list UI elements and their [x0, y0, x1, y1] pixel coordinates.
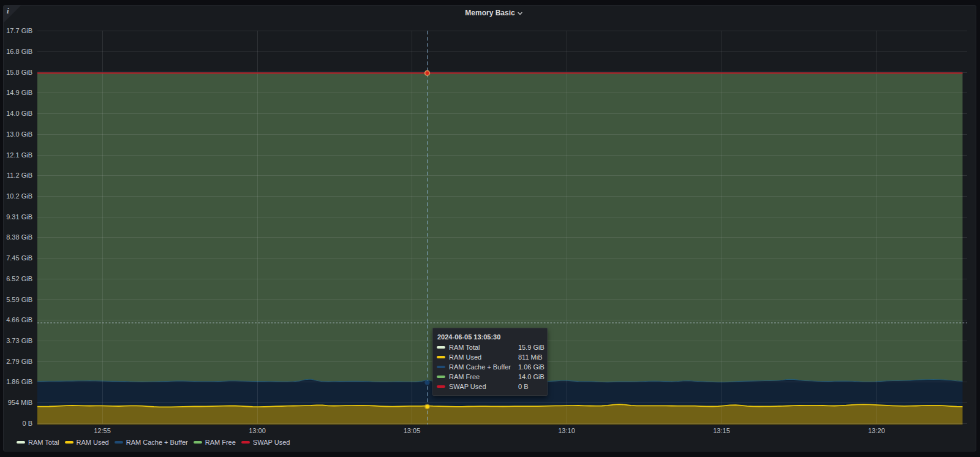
- svg-text:13:00: 13:00: [249, 427, 266, 434]
- svg-text:2.79 GiB: 2.79 GiB: [6, 358, 32, 365]
- svg-text:9.31 GiB: 9.31 GiB: [6, 213, 32, 221]
- svg-text:13:15: 13:15: [713, 427, 730, 434]
- svg-text:17.7 GiB: 17.7 GiB: [6, 27, 32, 34]
- svg-text:1.86 GiB: 1.86 GiB: [6, 378, 32, 385]
- svg-text:12:55: 12:55: [94, 427, 111, 434]
- svg-text:7.45 GiB: 7.45 GiB: [6, 254, 32, 262]
- svg-text:14.0 GiB: 14.0 GiB: [6, 110, 32, 117]
- svg-text:954 MiB: 954 MiB: [8, 399, 32, 406]
- svg-text:6.52 GiB: 6.52 GiB: [6, 275, 32, 282]
- svg-text:13.0 GiB: 13.0 GiB: [6, 130, 32, 138]
- svg-text:14.9 GiB: 14.9 GiB: [6, 89, 32, 96]
- svg-text:11.2 GiB: 11.2 GiB: [7, 172, 32, 179]
- svg-text:4.66 GiB: 4.66 GiB: [6, 316, 32, 323]
- svg-text:3.73 GiB: 3.73 GiB: [6, 337, 32, 344]
- svg-text:5.59 GiB: 5.59 GiB: [6, 296, 32, 303]
- svg-text:15.8 GiB: 15.8 GiB: [6, 69, 32, 76]
- svg-text:13:05: 13:05: [404, 427, 421, 434]
- svg-text:8.38 GiB: 8.38 GiB: [6, 233, 32, 241]
- svg-text:12.1 GiB: 12.1 GiB: [6, 151, 32, 159]
- svg-text:10.2 GiB: 10.2 GiB: [6, 192, 32, 200]
- svg-text:16.8 GiB: 16.8 GiB: [6, 48, 32, 55]
- svg-text:0 B: 0 B: [22, 420, 32, 427]
- svg-text:13:20: 13:20: [868, 427, 885, 434]
- svg-text:13:10: 13:10: [558, 427, 575, 434]
